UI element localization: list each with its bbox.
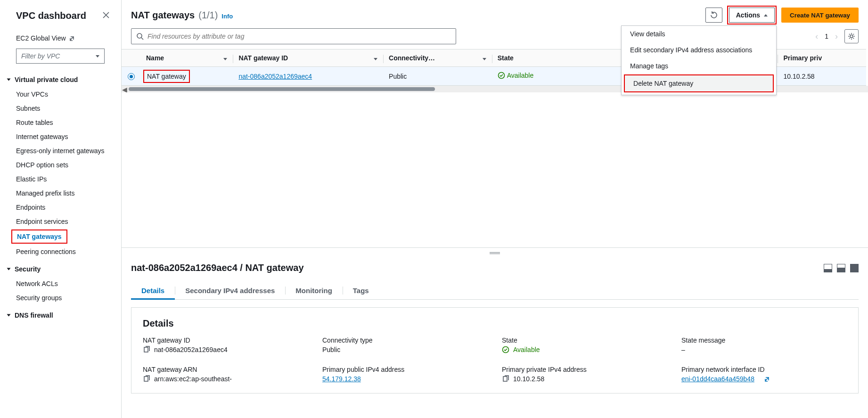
row-nat-id-link[interactable]: nat-086a2052a1269aec4 bbox=[238, 73, 312, 80]
external-link-icon bbox=[69, 35, 75, 41]
field-conn-value: Public bbox=[322, 346, 488, 353]
svg-point-1 bbox=[850, 35, 853, 38]
field-eni-label: Primary network interface ID bbox=[681, 366, 847, 373]
nav-elastic-ips[interactable]: Elastic IPs bbox=[8, 172, 116, 186]
field-state-value: Available bbox=[502, 346, 667, 353]
svg-rect-5 bbox=[144, 377, 148, 381]
copy-icon[interactable] bbox=[502, 375, 509, 383]
nav-internet-gateways[interactable]: Internet gateways bbox=[8, 130, 116, 144]
field-arn-value: arn:aws:ec2:ap-southeast- bbox=[154, 375, 232, 383]
svg-rect-6 bbox=[503, 377, 507, 381]
field-pub-label: Primary public IPv4 address bbox=[322, 366, 488, 373]
panel-size-full-button[interactable] bbox=[850, 264, 859, 272]
field-arn-label: NAT gateway ARN bbox=[143, 366, 308, 373]
panel-resize-handle[interactable] bbox=[122, 247, 868, 258]
chevron-down-icon bbox=[96, 55, 99, 57]
action-manage-tags[interactable]: Manage tags bbox=[622, 58, 776, 74]
table-settings-button[interactable] bbox=[844, 29, 859, 43]
tab-details[interactable]: Details bbox=[131, 282, 175, 299]
col-state[interactable]: State bbox=[492, 49, 576, 67]
sidebar-title: VPC dashboard bbox=[16, 10, 86, 21]
nav-endpoint-services[interactable]: Endpoint services bbox=[8, 214, 116, 229]
nav-security-groups[interactable]: Security groups bbox=[8, 291, 116, 305]
actions-button[interactable]: Actions bbox=[729, 8, 775, 23]
main-content: NAT gateways (1/1) Info Actions View det… bbox=[122, 0, 868, 418]
field-pub-value-link[interactable]: 54.179.12.38 bbox=[322, 375, 361, 383]
action-edit-secondary-ipv4[interactable]: Edit secondary IPv4 address associations bbox=[622, 42, 776, 58]
section-security-toggle[interactable]: Security bbox=[8, 262, 116, 277]
nav-egress-only-igw[interactable]: Egress-only internet gateways bbox=[8, 144, 116, 158]
sidebar: VPC dashboard EC2 Global View Filter by … bbox=[0, 0, 122, 418]
col-connectivity[interactable]: Connectivity… bbox=[383, 49, 492, 67]
copy-icon[interactable] bbox=[143, 375, 150, 383]
chevron-up-icon bbox=[764, 14, 768, 16]
row-connectivity: Public bbox=[383, 67, 492, 86]
field-msg-value: – bbox=[681, 346, 847, 353]
field-msg-label: State message bbox=[681, 336, 847, 344]
svg-rect-3 bbox=[144, 347, 148, 352]
row-private-ip: 10.10.2.58 bbox=[778, 67, 866, 86]
external-link-icon bbox=[764, 376, 770, 382]
panel-size-medium-button[interactable] bbox=[837, 264, 845, 272]
tab-tags[interactable]: Tags bbox=[343, 282, 379, 299]
row-name: NAT gateway bbox=[143, 70, 190, 83]
detail-title: nat-086a2052a1269aec4 / NAT gateway bbox=[131, 262, 304, 273]
caret-icon bbox=[7, 79, 11, 81]
field-priv-label: Primary private IPv4 address bbox=[502, 366, 667, 373]
details-card-title: Details bbox=[143, 318, 847, 329]
col-nat-id[interactable]: NAT gateway ID bbox=[233, 49, 383, 67]
actions-dropdown: View details Edit secondary IPv4 address… bbox=[621, 25, 777, 95]
create-nat-gateway-button[interactable]: Create NAT gateway bbox=[781, 8, 859, 23]
refresh-button[interactable] bbox=[705, 8, 722, 23]
field-eni-value-link[interactable]: eni-01dd4caa64a459b48 bbox=[681, 375, 754, 383]
details-card: Details NAT gateway ID nat-086a2052a1269… bbox=[131, 307, 859, 393]
search-input[interactable] bbox=[147, 33, 451, 40]
section-dns-firewall-toggle[interactable]: DNS firewall bbox=[8, 308, 116, 323]
col-private-ip[interactable]: Primary priv bbox=[778, 49, 866, 67]
caret-icon bbox=[7, 314, 11, 317]
section-vpc-toggle[interactable]: Virtual private cloud bbox=[8, 72, 116, 87]
action-view-details[interactable]: View details bbox=[622, 26, 776, 42]
detail-tabs: Details Secondary IPv4 addresses Monitor… bbox=[131, 282, 859, 300]
nav-your-vpcs[interactable]: Your VPCs bbox=[8, 87, 116, 101]
nav-dhcp-option-sets[interactable]: DHCP option sets bbox=[8, 158, 116, 172]
nav-peering-connections[interactable]: Peering connections bbox=[8, 245, 116, 259]
page-next-button[interactable]: › bbox=[835, 32, 838, 41]
tab-monitoring[interactable]: Monitoring bbox=[285, 282, 342, 299]
col-name[interactable]: Name bbox=[140, 49, 233, 67]
info-link[interactable]: Info bbox=[221, 13, 233, 20]
svg-point-0 bbox=[137, 33, 142, 38]
filter-by-vpc-select[interactable]: Filter by VPC bbox=[16, 49, 105, 64]
nav-network-acls[interactable]: Network ACLs bbox=[8, 277, 116, 291]
field-state-label: State bbox=[502, 336, 667, 344]
search-icon bbox=[136, 33, 144, 40]
page-count: (1/1) bbox=[198, 10, 218, 21]
nav-nat-gateways[interactable]: NAT gateways bbox=[11, 229, 67, 244]
caret-icon bbox=[7, 268, 11, 270]
nav-managed-prefix-lists[interactable]: Managed prefix lists bbox=[8, 186, 116, 200]
page-number: 1 bbox=[825, 33, 828, 40]
field-id-value: nat-086a2052a1269aec4 bbox=[154, 346, 228, 353]
panel-size-small-button[interactable] bbox=[824, 264, 832, 272]
tab-secondary-ipv4[interactable]: Secondary IPv4 addresses bbox=[175, 282, 285, 299]
nav-endpoints[interactable]: Endpoints bbox=[8, 200, 116, 214]
field-id-label: NAT gateway ID bbox=[143, 336, 308, 344]
detail-panel: nat-086a2052a1269aec4 / NAT gateway Deta… bbox=[122, 258, 868, 418]
action-delete-nat-gateway[interactable]: Delete NAT gateway bbox=[624, 74, 774, 92]
row-radio[interactable] bbox=[128, 73, 135, 80]
pagination: ‹ 1 › bbox=[815, 29, 859, 43]
ec2-global-view-link[interactable]: EC2 Global View bbox=[8, 29, 75, 49]
field-priv-value: 10.10.2.58 bbox=[513, 375, 544, 383]
page-prev-button[interactable]: ‹ bbox=[815, 32, 818, 41]
copy-icon[interactable] bbox=[143, 346, 150, 353]
nav-subnets[interactable]: Subnets bbox=[8, 101, 116, 115]
page-title: NAT gateways bbox=[131, 10, 195, 21]
col-select bbox=[122, 49, 140, 67]
nav-route-tables[interactable]: Route tables bbox=[8, 115, 116, 130]
search-box[interactable] bbox=[131, 28, 456, 44]
close-sidebar-button[interactable] bbox=[100, 9, 112, 22]
field-conn-label: Connectivity type bbox=[322, 336, 488, 344]
row-state: Available bbox=[498, 72, 534, 79]
